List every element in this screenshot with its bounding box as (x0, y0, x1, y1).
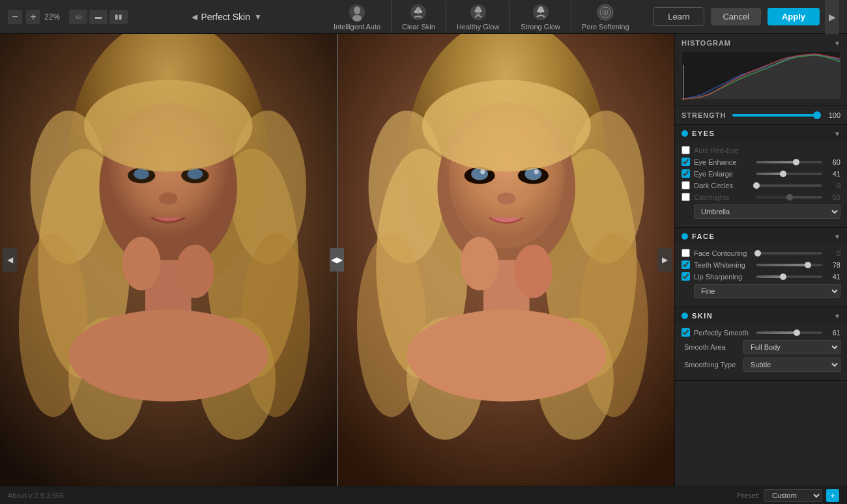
face-contouring-row: Face Contouring 0 (682, 249, 840, 257)
svg-point-6 (420, 10, 422, 13)
preset-add-button[interactable]: + (826, 489, 839, 502)
lip-sharpening-fill (756, 275, 783, 278)
preset-prev-arrow[interactable]: ◀ (192, 12, 197, 21)
strength-slider-thumb[interactable] (813, 111, 821, 119)
catchlights-slider[interactable] (756, 196, 822, 199)
strength-label: STRENGTH (682, 111, 727, 119)
face-contouring-checkbox[interactable] (682, 249, 690, 257)
dark-circles-value: 0 (826, 182, 840, 189)
face-section-dot (682, 233, 688, 240)
svg-point-57 (480, 169, 485, 174)
teeth-whitening-fill (756, 264, 808, 266)
face-section-header[interactable]: FACE ▼ (675, 228, 847, 245)
catchlights-thumb[interactable] (786, 194, 793, 201)
zoom-out-button[interactable]: − (8, 10, 22, 24)
apply-button[interactable]: Apply (768, 8, 820, 25)
dark-circles-checkbox[interactable] (682, 181, 690, 189)
lip-sharpening-checkbox[interactable] (682, 272, 690, 281)
svg-point-5 (414, 10, 417, 13)
lip-sharpening-label: Lip Sharpening (694, 273, 753, 281)
skin-section-header[interactable]: SKIN ▼ (675, 307, 847, 324)
smooth-area-label: Smooth Area (684, 343, 739, 351)
preset-item-healthy-glow[interactable]: Healthy Glow (446, 1, 510, 33)
face-contouring-thumb[interactable] (754, 250, 761, 257)
toolbar-left: − + 22% ▭ ▬ ▮▮ (8, 10, 138, 24)
catchlights-dropdown[interactable]: Umbrella Softbox Ring (694, 204, 840, 219)
dark-circles-thumb[interactable] (753, 182, 760, 189)
strength-slider[interactable] (732, 114, 817, 117)
panel-split-arrow[interactable]: ◀▶ (330, 248, 344, 272)
svg-point-58 (534, 169, 538, 174)
svg-point-10 (480, 10, 481, 12)
svg-point-63 (514, 244, 553, 298)
dark-circles-slider[interactable] (756, 184, 822, 187)
smoothing-type-label: Smoothing Type (684, 361, 739, 369)
face-contouring-slider[interactable] (756, 252, 822, 255)
main-content: ◀ (0, 34, 847, 486)
eyes-section-header[interactable]: EYES ▼ (675, 125, 847, 142)
view-mode-compare[interactable]: ▮▮ (109, 10, 128, 24)
lip-sharpening-dropdown[interactable]: Fine Medium Heavy (694, 284, 840, 298)
eye-enlarge-slider[interactable] (756, 173, 822, 175)
svg-point-33 (134, 169, 149, 179)
teeth-whitening-row: Teeth Whitening 78 (682, 260, 840, 269)
dark-circles-label: Dark Circles (694, 182, 753, 189)
perfectly-smooth-checkbox[interactable] (682, 328, 690, 337)
eyes-section-dot (682, 130, 688, 137)
preset-bar-dropdown[interactable]: Custom Default Saved (764, 489, 822, 502)
preset-dropdown-arrow[interactable]: ▼ (254, 12, 262, 21)
histogram-collapse-arrow[interactable]: ▼ (834, 40, 840, 47)
teeth-whitening-checkbox[interactable] (682, 260, 690, 269)
view-modes: ▭ ▬ ▮▮ (69, 10, 128, 24)
nav-right-arrow[interactable]: ▶ (825, 0, 839, 34)
skin-section-content: Perfectly Smooth 61 Smooth Area Full Bod… (675, 324, 847, 380)
lip-sharpening-slider[interactable] (756, 275, 822, 278)
smoothing-type-row: Smoothing Type Subtle Medium Strong (682, 357, 840, 372)
preset-item-strong-glow[interactable]: Strong Glow (510, 1, 571, 33)
svg-point-61 (407, 309, 606, 401)
learn-button[interactable]: Learn (653, 7, 704, 26)
zoom-in-button[interactable]: + (26, 10, 40, 24)
preset-item-pore-softening[interactable]: Pore Softening (571, 1, 640, 33)
svg-point-14 (542, 10, 544, 12)
catchlights-checkbox[interactable] (682, 193, 690, 201)
svg-point-12 (538, 7, 543, 13)
skin-section-arrow[interactable]: ▼ (834, 313, 840, 320)
catchlights-label: Catchlights (694, 193, 753, 201)
svg-point-36 (84, 80, 253, 172)
image-area-left-arrow[interactable]: ◀ (3, 248, 17, 272)
perfectly-smooth-thumb[interactable] (794, 329, 800, 336)
svg-point-2 (352, 15, 362, 21)
auto-red-eye-checkbox[interactable] (682, 146, 690, 154)
svg-point-62 (460, 237, 498, 290)
teeth-whitening-thumb[interactable] (805, 262, 811, 268)
before-image-panel (0, 34, 337, 486)
preset-item-intelligent-auto[interactable]: Intelligent Auto (323, 1, 392, 33)
face-section-arrow[interactable]: ▼ (834, 233, 840, 240)
histogram-svg (682, 51, 840, 100)
eye-enlarge-thumb[interactable] (780, 171, 786, 177)
lip-sharpening-row: Lip Sharpening 41 (682, 272, 840, 281)
teeth-whitening-slider[interactable] (756, 264, 822, 266)
lip-sharpening-thumb[interactable] (780, 273, 786, 280)
view-mode-split[interactable]: ▬ (89, 10, 108, 24)
perfectly-smooth-fill (756, 331, 797, 334)
smooth-area-dropdown[interactable]: Full Body Face Only Custom (743, 340, 840, 354)
preset-label-clear-skin: Clear Skin (402, 23, 435, 31)
strong-glow-icon (532, 3, 550, 21)
cancel-button[interactable]: Cancel (711, 8, 760, 25)
eyes-section-arrow[interactable]: ▼ (834, 130, 840, 137)
preset-item-clear-skin[interactable]: Clear Skin (392, 1, 446, 33)
image-area-right-arrow[interactable]: ▶ (657, 248, 672, 272)
smooth-area-row: Smooth Area Full Body Face Only Custom (682, 340, 840, 354)
status-bar: About v:2.9.3.565 Preset: Custom Default… (0, 486, 847, 504)
eye-enlarge-checkbox[interactable] (682, 169, 690, 178)
smoothing-type-dropdown[interactable]: Subtle Medium Strong (743, 357, 840, 372)
eye-enhance-thumb[interactable] (793, 159, 799, 165)
eyes-section: EYES ▼ Auto Red-Eye Eye Enhance (675, 125, 847, 228)
view-mode-single[interactable]: ▭ (69, 10, 87, 24)
eye-enhance-checkbox[interactable] (682, 158, 690, 166)
perfectly-smooth-slider[interactable] (756, 331, 822, 334)
eye-enlarge-row: Eye Enlarge 41 (682, 169, 840, 178)
eye-enhance-slider[interactable] (756, 161, 822, 163)
